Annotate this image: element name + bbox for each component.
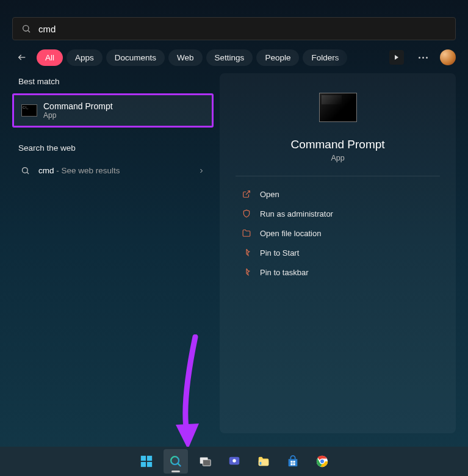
best-match-subtitle: App [43, 111, 113, 120]
filter-apps[interactable]: Apps [67, 49, 103, 66]
filter-settings[interactable]: Settings [206, 49, 253, 66]
svg-rect-7 [146, 456, 151, 461]
svg-rect-21 [293, 463, 295, 465]
svg-line-5 [246, 191, 250, 195]
web-query: cmd [38, 166, 54, 175]
svg-point-23 [320, 459, 324, 463]
svg-point-3 [23, 168, 28, 173]
user-avatar[interactable] [440, 49, 456, 65]
svg-point-15 [232, 459, 236, 463]
divider [236, 176, 440, 176]
chat-icon [228, 455, 241, 468]
svg-rect-6 [140, 456, 145, 461]
svg-rect-13 [203, 460, 211, 466]
action-label: Pin to Start [260, 248, 299, 258]
svg-line-4 [27, 172, 29, 174]
open-icon [242, 189, 251, 199]
folder-icon [242, 228, 251, 238]
web-result-item[interactable]: cmd - See web results [12, 160, 214, 181]
search-icon [169, 455, 182, 468]
web-suffix: - See web results [54, 166, 120, 175]
detail-panel: Command Prompt App Open Run as administr… [220, 73, 456, 433]
filter-people[interactable]: People [256, 49, 299, 66]
pin-icon [242, 267, 251, 277]
cmd-thumbnail [319, 93, 357, 122]
svg-rect-18 [290, 461, 292, 463]
svg-rect-20 [290, 463, 292, 465]
filter-web[interactable]: Web [168, 49, 203, 66]
shield-icon [242, 209, 251, 218]
svg-line-1 [28, 31, 30, 32]
svg-point-10 [171, 456, 179, 464]
action-run-admin[interactable]: Run as administrator [236, 204, 440, 223]
best-match-item[interactable]: C:\_ Command Prompt App [12, 93, 214, 128]
chevron-right-icon [198, 167, 205, 175]
action-open-location[interactable]: Open file location [236, 224, 440, 242]
taskbar-chrome[interactable] [310, 449, 334, 474]
search-input[interactable] [38, 24, 447, 34]
taskbar-explorer[interactable] [251, 449, 276, 474]
svg-point-0 [23, 26, 29, 31]
taskbar-taskview[interactable] [193, 449, 217, 474]
back-button[interactable] [12, 48, 32, 67]
svg-rect-9 [146, 462, 151, 467]
detail-subtitle: App [331, 154, 344, 162]
taskbar-chat[interactable] [222, 449, 247, 474]
action-pin-start[interactable]: Pin to Start [236, 243, 440, 262]
store-icon [286, 455, 300, 468]
triangle-right-icon [394, 54, 400, 60]
svg-rect-19 [293, 461, 295, 463]
taskbar [0, 447, 468, 476]
action-open[interactable]: Open [236, 185, 440, 203]
windows-icon [140, 455, 153, 468]
taskview-icon [198, 455, 212, 468]
svg-rect-17 [259, 462, 261, 465]
pin-icon [242, 248, 251, 258]
search-icon [21, 24, 31, 34]
action-label: Open file location [260, 229, 321, 238]
taskbar-search[interactable] [164, 449, 188, 474]
search-icon [21, 166, 30, 175]
action-label: Run as administrator [260, 209, 333, 218]
svg-rect-8 [140, 462, 145, 467]
section-best-match: Best match [12, 73, 214, 93]
more-button[interactable] [415, 53, 431, 62]
cmd-icon: C:\_ [21, 104, 37, 117]
svg-line-11 [178, 463, 181, 466]
filter-chips: All Apps Documents Web Settings People F… [37, 49, 384, 66]
action-label: Open [260, 190, 279, 199]
action-label: Pin to taskbar [260, 268, 309, 277]
action-pin-taskbar[interactable]: Pin to taskbar [236, 263, 440, 281]
folder-icon [257, 455, 270, 468]
section-search-web: Search the web [12, 140, 214, 160]
taskbar-store[interactable] [281, 449, 305, 474]
scroll-right-button[interactable] [389, 50, 404, 65]
filter-row: All Apps Documents Web Settings People F… [0, 40, 468, 73]
filter-documents[interactable]: Documents [106, 49, 165, 66]
detail-title: Command Prompt [290, 138, 384, 151]
arrow-left-icon [17, 52, 27, 62]
chrome-icon [315, 455, 329, 468]
filter-all[interactable]: All [37, 49, 63, 66]
taskbar-start[interactable] [134, 449, 159, 474]
filter-folders[interactable]: Folders [303, 49, 347, 66]
best-match-title: Command Prompt [43, 101, 113, 111]
search-bar[interactable] [12, 17, 456, 40]
